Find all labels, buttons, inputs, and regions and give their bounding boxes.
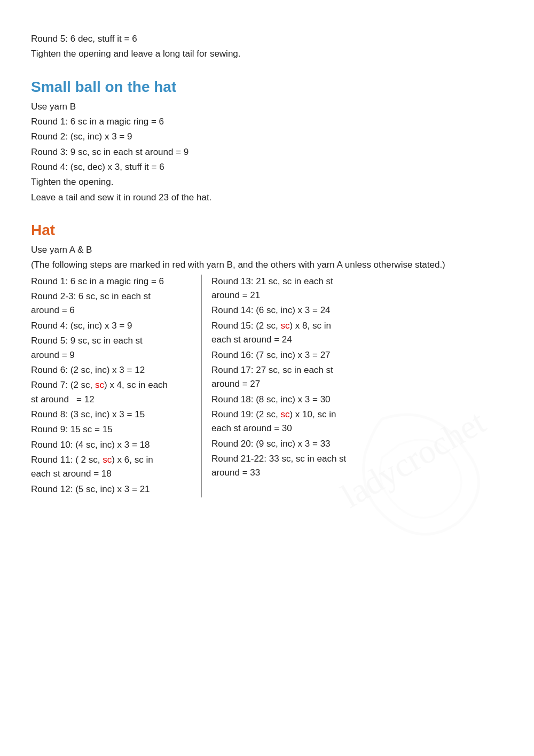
sb-line-2: Round 2: (sc, inc) x 3 = 9 xyxy=(31,130,503,144)
hat-intro-0: Use yarn A & B xyxy=(31,243,503,257)
hat-right-2: Round 15: (2 sc, sc) x 8, sc ineach st a… xyxy=(211,319,503,347)
sb-line-6: Leave a tail and sew it in round 23 of t… xyxy=(31,191,503,205)
small-ball-lines: Use yarn B Round 1: 6 sc in a magic ring… xyxy=(31,100,503,205)
hat-left-4: Round 6: (2 sc, inc) x 3 = 12 xyxy=(31,363,192,377)
sb-line-5: Tighten the opening. xyxy=(31,175,503,189)
red-sc-r11: sc xyxy=(103,455,112,465)
hat-col-right: Round 13: 21 sc, sc in each staround = 2… xyxy=(202,275,503,497)
red-sc-r15: sc xyxy=(280,321,289,331)
sb-line-4: Round 4: (sc, dec) x 3, stuff it = 6 xyxy=(31,160,503,174)
hat-col-left: Round 1: 6 sc in a magic ring = 6 Round … xyxy=(31,275,202,497)
hat-left-0: Round 1: 6 sc in a magic ring = 6 xyxy=(31,275,192,289)
hat-intro: Use yarn A & B (The following steps are … xyxy=(31,243,503,272)
hat-left-9: Round 11: ( 2 sc, sc) x 6, sc ineach st … xyxy=(31,453,192,481)
sb-line-1: Round 1: 6 sc in a magic ring = 6 xyxy=(31,115,503,129)
hat-right-8: Round 21-22: 33 sc, sc in each staround … xyxy=(211,452,503,480)
sb-line-0: Use yarn B xyxy=(31,100,503,114)
hat-right-4: Round 17: 27 sc, sc in each staround = 2… xyxy=(211,363,503,392)
hat-two-col: Round 1: 6 sc in a magic ring = 6 Round … xyxy=(31,275,503,497)
hat-right-0: Round 13: 21 sc, sc in each staround = 2… xyxy=(211,275,503,303)
small-ball-section: Small ball on the hat Use yarn B Round 1… xyxy=(31,79,503,205)
hat-left-10: Round 12: (5 sc, inc) x 3 = 21 xyxy=(31,482,192,496)
hat-left-8: Round 10: (4 sc, inc) x 3 = 18 xyxy=(31,438,192,452)
intro-line2: Tighten the opening and leave a long tai… xyxy=(31,47,503,61)
hat-left-6: Round 8: (3 sc, inc) x 3 = 15 xyxy=(31,408,192,422)
hat-section: Hat Use yarn A & B (The following steps … xyxy=(31,222,503,497)
red-sc-r7: sc xyxy=(95,380,104,390)
hat-left-7: Round 9: 15 sc = 15 xyxy=(31,423,192,437)
hat-right-6: Round 19: (2 sc, sc) x 10, sc ineach st … xyxy=(211,408,503,436)
hat-left-5: Round 7: (2 sc, sc) x 4, sc in eachst ar… xyxy=(31,378,192,407)
sb-line-3: Round 3: 9 sc, sc in each st around = 9 xyxy=(31,145,503,159)
hat-intro-1: (The following steps are marked in red w… xyxy=(31,258,503,272)
hat-left-1: Round 2-3: 6 sc, sc in each staround = 6 xyxy=(31,290,192,318)
hat-right-5: Round 18: (8 sc, inc) x 3 = 30 xyxy=(211,393,503,407)
red-sc-r19: sc xyxy=(280,409,289,419)
hat-right-1: Round 14: (6 sc, inc) x 3 = 24 xyxy=(211,303,503,317)
intro-section: Round 5: 6 dec, stuff it = 6 Tighten the… xyxy=(31,32,503,61)
hat-right-7: Round 20: (9 sc, inc) x 3 = 33 xyxy=(211,437,503,451)
small-ball-title: Small ball on the hat xyxy=(31,79,503,96)
intro-line1: Round 5: 6 dec, stuff it = 6 xyxy=(31,32,503,46)
hat-left-2: Round 4: (sc, inc) x 3 = 9 xyxy=(31,319,192,333)
hat-left-3: Round 5: 9 sc, sc in each staround = 9 xyxy=(31,334,192,362)
hat-right-3: Round 16: (7 sc, inc) x 3 = 27 xyxy=(211,348,503,362)
hat-title: Hat xyxy=(31,222,503,239)
